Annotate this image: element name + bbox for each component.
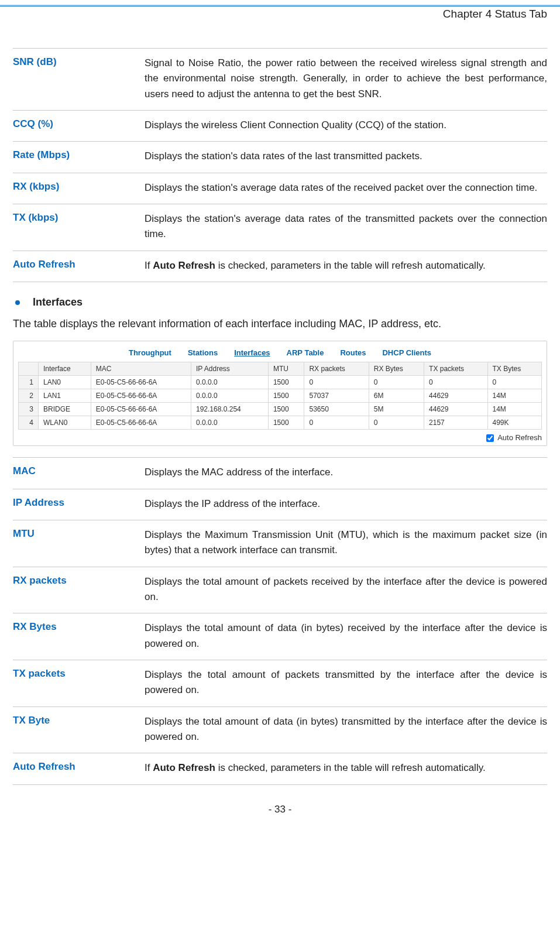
table-cell: 0 (369, 416, 424, 430)
table-cell: 192.168.0.254 (191, 403, 268, 416)
table-cell: 4 (19, 416, 39, 430)
definition-row-bottom-2: MTUDisplays the Maximum Transmission Uni… (13, 520, 547, 567)
definition-term: TX Byte (13, 714, 145, 745)
definition-description: Displays the station's data rates of the… (145, 149, 547, 164)
table-cell: 1500 (268, 416, 304, 430)
text-prefix: If (145, 260, 153, 271)
definition-description: Displays the station's average data rate… (145, 211, 547, 242)
section-intro-text: The table displays the relevant informat… (13, 318, 547, 330)
definition-description: Displays the Maximum Transmission Unit (… (145, 527, 547, 558)
table-cell: 3 (19, 403, 39, 416)
column-header: TX Bytes (487, 362, 542, 376)
definition-term: TX (kbps) (13, 211, 145, 242)
definition-row-top-0: SNR (dB)Signal to Noise Ratio, the power… (13, 48, 547, 111)
auto-refresh-checkbox[interactable] (486, 434, 494, 442)
table-cell: LAN1 (39, 389, 91, 403)
table-row: 4WLAN0E0-05-C5-66-66-6A0.0.0.01500002157… (19, 416, 542, 430)
column-header: TX packets (424, 362, 487, 376)
table-cell: E0-05-C5-66-66-6A (91, 403, 191, 416)
column-header (19, 362, 39, 376)
table-cell: 14M (487, 389, 542, 403)
definition-description: If Auto Refresh is checked, parameters i… (145, 760, 547, 776)
table-cell: 5M (369, 403, 424, 416)
bullet-icon (15, 300, 20, 305)
definition-row-bottom-4: RX BytesDisplays the total amount of dat… (13, 613, 547, 660)
table-row: 3BRIDGEE0-05-C5-66-66-6A192.168.0.254150… (19, 403, 542, 416)
tab-arp-table[interactable]: ARP Table (279, 348, 332, 358)
table-cell: 53650 (304, 403, 369, 416)
tab-stations[interactable]: Stations (180, 348, 226, 358)
definition-row-bottom-1: IP AddressDisplays the IP address of the… (13, 489, 547, 520)
definition-term: SNR (dB) (13, 56, 145, 102)
definition-row-auto-refresh-top: Auto Refresh If Auto Refresh is checked,… (13, 251, 547, 282)
table-cell: 1500 (268, 403, 304, 416)
panel-tabs: ThroughputStationsInterfacesARP TableRou… (18, 347, 542, 358)
definition-description: Displays the wireless Client Connection … (145, 118, 547, 133)
definition-term: RX (kbps) (13, 180, 145, 196)
table-row: 2LAN1E0-05-C5-66-66-6A0.0.0.01500570376M… (19, 389, 542, 403)
auto-refresh-text: Auto Refresh (497, 433, 542, 442)
table-cell: 0.0.0.0 (191, 376, 268, 389)
definition-term: Rate (Mbps) (13, 149, 145, 164)
table-cell: LAN0 (39, 376, 91, 389)
tab-dhcp-clients[interactable]: DHCP Clients (374, 348, 439, 358)
table-cell: E0-05-C5-66-66-6A (91, 389, 191, 403)
tab-interfaces[interactable]: Interfaces (226, 348, 278, 358)
table-cell: 0.0.0.0 (191, 416, 268, 430)
table-body: 1LAN0E0-05-C5-66-66-6A0.0.0.0150000002LA… (19, 376, 542, 430)
definition-term: Auto Refresh (13, 760, 145, 776)
tab-throughput[interactable]: Throughput (121, 348, 180, 358)
column-header: MAC (91, 362, 191, 376)
text-bold: Auto Refresh (153, 260, 215, 271)
table-cell: 6M (369, 389, 424, 403)
definition-row-bottom-3: RX packetsDisplays the total amount of p… (13, 567, 547, 614)
definition-term: Auto Refresh (13, 258, 145, 273)
table-cell: 2 (19, 389, 39, 403)
definition-row-bottom-6: TX ByteDisplays the total amount of data… (13, 707, 547, 754)
text-suffix: is checked, parameters in the table will… (215, 260, 486, 271)
table-cell: 1500 (268, 389, 304, 403)
table-row: 1LAN0E0-05-C5-66-66-6A0.0.0.015000000 (19, 376, 542, 389)
text-prefix: If (145, 762, 153, 773)
column-header: Interface (39, 362, 91, 376)
definition-description: Displays the total amount of packets tra… (145, 667, 547, 698)
table-cell: 14M (487, 403, 542, 416)
table-cell: 0 (424, 376, 487, 389)
table-cell: 0 (304, 416, 369, 430)
definition-description: Displays the station's average data rate… (145, 180, 547, 196)
interfaces-table: InterfaceMACIP AddressMTURX packetsRX By… (18, 362, 542, 430)
table-cell: BRIDGE (39, 403, 91, 416)
table-cell: 44629 (424, 389, 487, 403)
section-header: Interfaces (15, 296, 547, 308)
column-header: MTU (268, 362, 304, 376)
table-cell: E0-05-C5-66-66-6A (91, 416, 191, 430)
column-header: RX packets (304, 362, 369, 376)
definition-term: IP Address (13, 496, 145, 512)
table-cell: 44629 (424, 403, 487, 416)
table-cell: 0 (304, 376, 369, 389)
definition-term: CCQ (%) (13, 118, 145, 133)
auto-refresh-label[interactable]: Auto Refresh (486, 433, 542, 442)
definition-description: Displays the total amount of data (in by… (145, 714, 547, 745)
definition-description: Displays the MAC address of the interfac… (145, 465, 547, 480)
definition-row-top-3: RX (kbps)Displays the station's average … (13, 173, 547, 204)
table-cell: E0-05-C5-66-66-6A (91, 376, 191, 389)
definition-row-bottom-0: MACDisplays the MAC address of the inter… (13, 457, 547, 489)
chapter-title: Chapter 4 Status Tab (0, 6, 560, 20)
definition-row-auto-refresh-bottom: Auto Refresh If Auto Refresh is checked,… (13, 753, 547, 784)
definition-description: Displays the IP address of the interface… (145, 496, 547, 512)
definition-description: Displays the total amount of packets rec… (145, 574, 547, 605)
definition-row-top-1: CCQ (%)Displays the wireless Client Conn… (13, 110, 547, 142)
interfaces-panel: ThroughputStationsInterfacesARP TableRou… (13, 341, 547, 446)
auto-refresh-row: Auto Refresh (18, 433, 542, 442)
tab-routes[interactable]: Routes (332, 348, 374, 358)
table-cell: 0.0.0.0 (191, 389, 268, 403)
table-cell: 1500 (268, 376, 304, 389)
table-header-row: InterfaceMACIP AddressMTURX packetsRX By… (19, 362, 542, 376)
definition-description: If Auto Refresh is checked, parameters i… (145, 258, 547, 273)
table-cell: 2157 (424, 416, 487, 430)
definition-description: Displays the total amount of data (in by… (145, 620, 547, 651)
definition-description: Signal to Noise Ratio, the power ratio b… (145, 56, 547, 102)
column-header: RX Bytes (369, 362, 424, 376)
table-cell: 499K (487, 416, 542, 430)
